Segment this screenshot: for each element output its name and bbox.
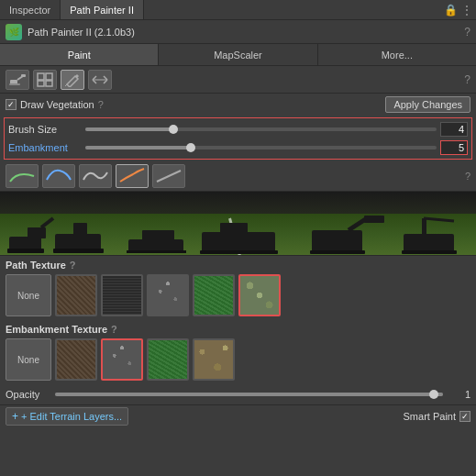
brush-size-label: Brush Size <box>8 124 82 135</box>
embankment-texture-gravel[interactable] <box>101 338 143 381</box>
plugin-icon: 🌿 <box>6 24 22 40</box>
edit-layers-plus-icon: + <box>12 410 18 423</box>
embankment-texture-dirt[interactable] <box>55 338 97 381</box>
brush-shapes-help-icon[interactable]: ? <box>465 171 470 182</box>
tab-inspector[interactable]: Inspector <box>0 0 61 19</box>
path-texture-flowers[interactable] <box>238 274 281 316</box>
svg-rect-12 <box>7 249 44 253</box>
svg-rect-15 <box>55 234 101 250</box>
svg-rect-28 <box>404 234 454 252</box>
embankment-texture-flowers[interactable] <box>193 338 235 381</box>
svg-rect-24 <box>312 230 362 252</box>
tool-btn-2[interactable] <box>61 70 84 90</box>
svg-rect-22 <box>200 250 278 254</box>
brush-size-value[interactable] <box>440 122 468 137</box>
embankment-label: Embankment <box>8 142 82 153</box>
slider-section: Brush Size Embankment <box>4 117 472 160</box>
path-texture-label: Path Texture <box>6 260 66 271</box>
opacity-thumb[interactable] <box>429 390 438 399</box>
brush-curve-5-icon <box>155 167 183 185</box>
brush-size-thumb[interactable] <box>169 125 178 134</box>
opacity-fill <box>55 393 443 396</box>
brush-size-row: Brush Size <box>8 120 468 138</box>
embankment-texture-help-icon[interactable]: ? <box>111 324 117 335</box>
pen-icon <box>64 72 81 87</box>
svg-rect-5 <box>46 73 52 80</box>
brush-size-fill <box>85 127 173 131</box>
svg-rect-25 <box>310 250 365 254</box>
svg-line-31 <box>424 218 454 221</box>
svg-rect-3 <box>21 74 26 77</box>
brush-curve-3-icon <box>82 167 109 185</box>
brush-shape-4[interactable] <box>116 164 149 188</box>
embankment-fill <box>85 146 191 149</box>
path-texture-gravel[interactable] <box>147 274 189 316</box>
brush-curve-4-icon <box>118 167 146 185</box>
embankment-texture-green[interactable] <box>147 338 189 381</box>
title-help-icon[interactable]: ? <box>464 26 470 39</box>
svg-rect-18 <box>128 239 183 252</box>
nav-tab-mapscaler[interactable]: MapScaler <box>159 44 317 65</box>
svg-rect-27 <box>364 216 384 223</box>
opacity-value: 1 <box>452 389 470 400</box>
brush-shapes-row: ? <box>0 161 476 192</box>
draw-vegetation-help-icon[interactable]: ? <box>98 99 104 110</box>
tool-btn-0[interactable] <box>6 70 29 90</box>
top-bar-icons: 🔒 ⋮ <box>444 4 476 17</box>
machines-silhouette <box>0 214 476 255</box>
brush-size-track[interactable] <box>85 127 437 131</box>
title-text: Path Painter II (2.1.0b3) <box>28 27 135 38</box>
embankment-texture-none[interactable]: None <box>6 338 51 381</box>
path-texture-asphalt[interactable] <box>101 274 143 316</box>
svg-rect-29 <box>402 250 457 254</box>
svg-rect-30 <box>422 218 426 236</box>
svg-rect-1 <box>9 83 20 85</box>
ground-area <box>0 214 476 255</box>
draw-vegetation-checkbox[interactable] <box>6 99 17 110</box>
smart-paint-checkbox[interactable] <box>459 411 470 422</box>
brush-shape-1[interactable] <box>6 164 39 188</box>
tool-btn-3[interactable] <box>88 70 112 90</box>
svg-rect-13 <box>28 227 46 238</box>
svg-rect-17 <box>73 223 87 236</box>
menu-icon[interactable]: ⋮ <box>461 4 472 17</box>
path-texture-green[interactable] <box>193 274 235 316</box>
tab-path-painter[interactable]: Path Painter II <box>61 0 144 19</box>
svg-rect-4 <box>38 73 44 80</box>
svg-rect-19 <box>127 250 186 253</box>
embankment-thumb[interactable] <box>186 143 195 152</box>
path-texture-dirt[interactable] <box>55 274 97 316</box>
svg-line-8 <box>65 84 67 86</box>
svg-rect-6 <box>38 81 44 86</box>
smart-paint-row: Smart Paint <box>404 411 470 422</box>
edit-terrain-layers-button[interactable]: + + Edit Terrain Layers... <box>6 407 128 426</box>
embankment-row: Embankment <box>8 138 468 157</box>
brush-shape-3[interactable] <box>79 164 112 188</box>
brush-shape-5[interactable] <box>152 164 185 188</box>
embankment-value[interactable] <box>440 140 468 155</box>
grid-icon <box>37 72 53 87</box>
nav-tab-paint[interactable]: Paint <box>0 44 159 65</box>
opacity-row: Opacity 1 <box>0 384 476 404</box>
opacity-label: Opacity <box>6 389 51 400</box>
opacity-slider[interactable] <box>55 393 443 396</box>
embankment-track[interactable] <box>85 146 437 149</box>
tools-help-icon[interactable]: ? <box>464 73 470 86</box>
transform-icon <box>92 72 108 87</box>
path-texture-row: None <box>0 272 476 320</box>
svg-line-10 <box>157 171 181 182</box>
brush-curve-2-icon <box>45 167 72 185</box>
bottom-row: + + Edit Terrain Layers... Smart Paint <box>0 404 476 426</box>
embankment-texture-label: Embankment Texture <box>6 324 107 335</box>
svg-rect-16 <box>53 249 104 253</box>
path-texture-section-label: Path Texture ? <box>0 256 476 272</box>
draw-vegetation-row: Draw Vegetation ? Apply Changes <box>0 94 476 116</box>
excavator-icon <box>8 72 27 87</box>
path-texture-help-icon[interactable]: ? <box>70 260 76 271</box>
apply-changes-button[interactable]: Apply Changes <box>385 96 470 113</box>
svg-rect-7 <box>46 81 52 86</box>
brush-shape-2[interactable] <box>42 164 75 188</box>
tool-btn-1[interactable] <box>33 70 57 90</box>
path-texture-none[interactable]: None <box>6 274 51 316</box>
nav-tab-more[interactable]: More... <box>318 44 476 65</box>
